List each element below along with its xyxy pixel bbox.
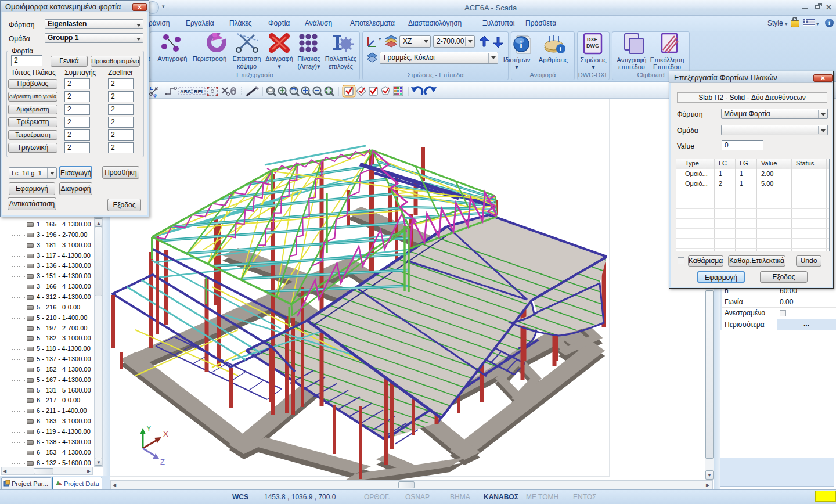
svg-text:X: X [163, 430, 168, 438]
svg-text:φ: φ [153, 92, 157, 98]
svg-text:i: i [520, 39, 522, 51]
svg-text:▾: ▾ [379, 36, 381, 42]
svg-text:ABS: ABS [180, 89, 191, 95]
svg-text:Z: Z [160, 458, 165, 466]
svg-text:DXF: DXF [587, 37, 598, 42]
svg-text:REL: REL [194, 89, 205, 95]
svg-text:i: i [560, 45, 561, 52]
svg-text:DWG: DWG [586, 43, 599, 49]
svg-text:Y: Y [146, 424, 152, 433]
svg-text:L: L [150, 85, 153, 91]
